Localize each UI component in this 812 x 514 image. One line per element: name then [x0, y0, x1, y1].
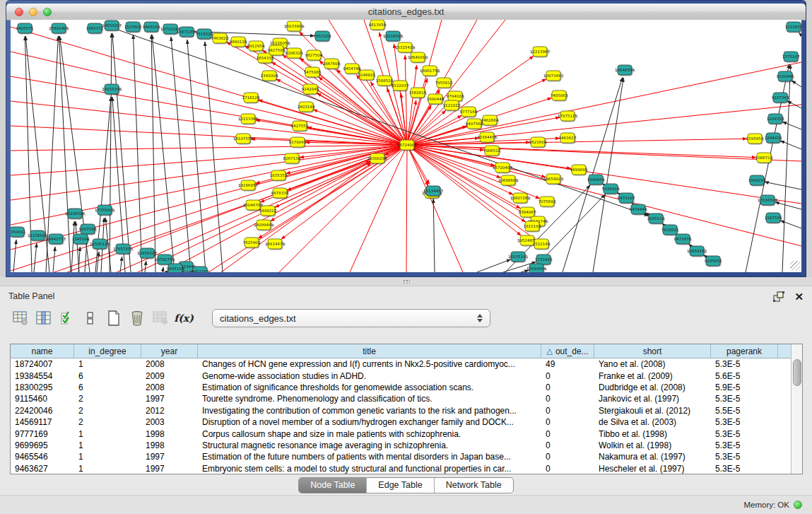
network-node[interactable]: 17975115: [558, 111, 577, 121]
panel-divider[interactable]: [0, 277, 812, 286]
network-node[interactable]: 11156819: [28, 230, 47, 240]
column-header-title[interactable]: title: [198, 344, 541, 358]
network-node[interactable]: 20206596: [65, 209, 85, 218]
table-row[interactable]: 969969511998Structural magnetic resonanc…: [11, 440, 791, 451]
column-header-out_de[interactable]: △out_de...: [541, 344, 594, 358]
network-node[interactable]: 7462664: [481, 115, 499, 125]
network-node[interactable]: 10653287: [102, 21, 122, 30]
close-panel-button[interactable]: ✕: [794, 291, 804, 302]
network-node[interactable]: 17957255: [113, 244, 133, 254]
network-node[interactable]: 1167534: [765, 213, 782, 223]
network-node[interactable]: 18640910: [408, 52, 428, 62]
network-node[interactable]: 19654923: [543, 174, 563, 184]
network-node[interactable]: 1244415: [765, 133, 782, 143]
network-node[interactable]: 7075692: [539, 197, 556, 206]
network-node[interactable]: 15325419: [395, 42, 415, 52]
network-node[interactable]: 1569297: [748, 175, 766, 185]
float-panel-button[interactable]: [773, 291, 784, 302]
table-row[interactable]: 977716911998Corpus callosum shape and si…: [11, 428, 791, 439]
network-node[interactable]: 19942757: [46, 234, 66, 244]
network-node[interactable]: 9660128: [230, 37, 247, 47]
network-node[interactable]: 16671358: [177, 27, 196, 37]
network-node[interactable]: 6497568: [466, 119, 483, 129]
network-node[interactable]: 9466160: [143, 22, 160, 32]
network-node[interactable]: 9827508: [268, 45, 286, 55]
network-node[interactable]: 1112654: [785, 22, 801, 32]
network-node[interactable]: 2935114: [647, 214, 665, 223]
network-node[interactable]: 10654162: [687, 246, 707, 256]
network-node[interactable]: 27691406: [49, 23, 69, 33]
network-node[interactable]: 12213967: [530, 47, 550, 57]
network-node[interactable]: 19166857: [238, 180, 258, 190]
network-node[interactable]: 1865371: [86, 23, 104, 33]
network-node[interactable]: 9245652: [705, 256, 722, 266]
network-node[interactable]: 1595853: [746, 134, 764, 144]
function-builder-button[interactable]: f(x): [173, 308, 194, 328]
network-node[interactable]: 15720407: [493, 163, 512, 173]
network-node[interactable]: 2718126: [242, 93, 260, 103]
network-node[interactable]: 9605193: [167, 264, 184, 272]
network-node[interactable]: 10958107: [137, 248, 157, 258]
network-node[interactable]: 9097588: [79, 224, 97, 234]
network-node[interactable]: 16961758: [420, 66, 440, 76]
column-header-short[interactable]: short: [594, 344, 711, 358]
create-column-button[interactable]: [103, 308, 124, 328]
column-header-year[interactable]: year: [141, 344, 198, 358]
network-node[interactable]: 8427552: [291, 121, 309, 131]
network-node[interactable]: 16914479: [265, 239, 285, 249]
network-node[interactable]: 15134457: [423, 186, 443, 196]
network-node[interactable]: 8813054: [369, 20, 387, 30]
network-node[interactable]: 9227343: [772, 93, 789, 103]
network-node[interactable]: 7463822: [211, 33, 229, 43]
network-node[interactable]: 9121022: [443, 100, 461, 110]
network-node[interactable]: 8522037: [392, 81, 409, 90]
network-node[interactable]: 9129946: [777, 71, 794, 81]
network-node[interactable]: 9405571: [16, 23, 34, 33]
network-node[interactable]: 18300295: [367, 153, 387, 163]
row-height-button[interactable]: [80, 308, 101, 328]
network-node[interactable]: 17016504: [758, 195, 777, 205]
network-node[interactable]: 5498222: [259, 206, 277, 216]
network-node[interactable]: 9699695: [570, 165, 588, 175]
network-node[interactable]: 16033809: [284, 21, 304, 31]
network-node[interactable]: 8267130: [283, 153, 301, 163]
network-node[interactable]: 16135141: [508, 252, 528, 262]
network-node[interactable]: 12505125: [90, 239, 110, 249]
column-header-name[interactable]: name: [11, 344, 74, 358]
network-node[interactable]: 7857224: [314, 31, 331, 41]
table-row[interactable]: 2242004622012Investigating the contribut…: [11, 405, 791, 416]
network-node[interactable]: 8471676: [674, 234, 692, 244]
table-row[interactable]: 946362711997Embryonic stem cells: a mode…: [11, 463, 791, 474]
table-source-dropdown[interactable]: citations_edges.txt: [212, 309, 490, 327]
network-node[interactable]: 9146821: [358, 70, 376, 80]
show-columns-button[interactable]: [33, 308, 54, 328]
network-node[interactable]: 8621609: [529, 137, 547, 147]
tab-network-table[interactable]: Network Table: [435, 478, 513, 493]
table-row[interactable]: 946554611997Estimation of the future num…: [11, 451, 791, 462]
minimize-window-button[interactable]: [29, 8, 37, 16]
table-scrollbar[interactable]: [791, 344, 802, 474]
network-node[interactable]: 17359928: [95, 205, 114, 215]
network-window-titlebar[interactable]: citations_edges.txt: [6, 4, 806, 21]
tab-edge-table[interactable]: Edge Table: [367, 478, 434, 493]
network-node[interactable]: 19218506: [383, 31, 403, 41]
network-node[interactable]: 7955812: [435, 78, 453, 88]
network-node[interactable]: 1086712: [755, 153, 773, 163]
table-row[interactable]: 1456911722003Disruption of a novel membe…: [11, 416, 791, 428]
table-row[interactable]: 1830029562008Estimation of significance …: [11, 382, 791, 393]
network-node[interactable]: 9463627: [559, 133, 577, 143]
delete-column-button[interactable]: [126, 308, 148, 328]
network-node[interactable]: 1345194: [72, 234, 90, 244]
network-node[interactable]: 7485063: [551, 90, 568, 100]
network-node[interactable]: 9350011: [11, 227, 25, 237]
zoom-window-button[interactable]: [43, 8, 52, 16]
network-node[interactable]: 5475985: [304, 67, 322, 77]
network-node[interactable]: 12213363: [238, 114, 258, 124]
network-node[interactable]: 16648784: [615, 65, 635, 75]
network-node[interactable]: 1209358: [767, 114, 784, 124]
network-node[interactable]: 2452792: [192, 267, 209, 272]
scrollbar-thumb[interactable]: [793, 359, 801, 386]
network-node[interactable]: 8186328: [286, 48, 303, 58]
table-row[interactable]: 1938455462009Genome-wide association stu…: [11, 370, 791, 381]
network-node[interactable]: 8878334: [271, 188, 289, 198]
